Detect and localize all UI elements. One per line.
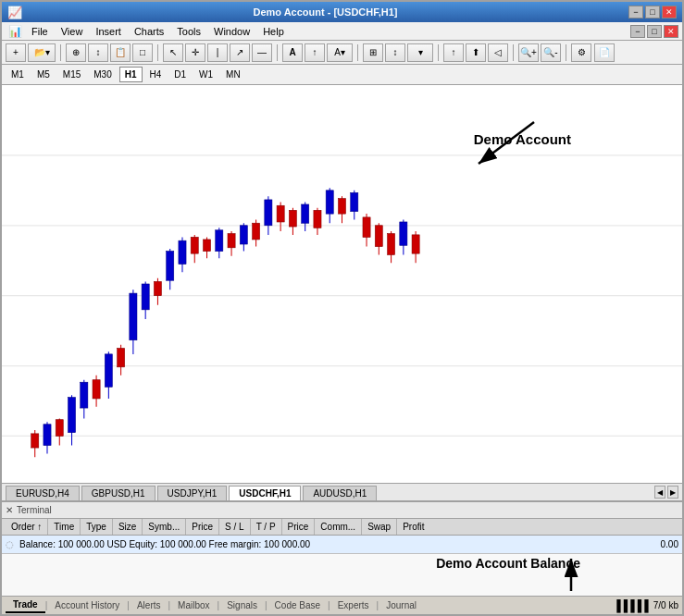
svg-rect-41 [240, 226, 247, 244]
col-time[interactable]: Time [48, 519, 81, 535]
menu-view[interactable]: View [56, 24, 89, 39]
sep-2 [157, 44, 158, 61]
line-button[interactable]: | [207, 43, 228, 62]
toolbar-btn-4[interactable]: 📋 [110, 43, 131, 62]
outer-minimize-button[interactable]: − [630, 25, 645, 38]
tab-usdchf-h1[interactable]: USDCHF,H1 [229, 486, 301, 500]
menu-charts[interactable]: Charts [129, 24, 169, 39]
maximize-button[interactable]: □ [645, 6, 660, 18]
terminal-close-button[interactable]: ✕ [6, 505, 13, 515]
tf-m30[interactable]: M30 [88, 67, 117, 82]
tab-account-history[interactable]: Account History [47, 598, 127, 612]
zoom-mag-out[interactable]: 🔍- [541, 43, 561, 62]
tab-code-base[interactable]: Code Base [267, 598, 328, 612]
tf-w1[interactable]: W1 [193, 67, 218, 82]
svg-rect-45 [265, 200, 272, 226]
terminal-columns: Order ↑ Time Type Size Symb... Price S /… [2, 519, 682, 536]
app-menu-icon: 📊 [6, 23, 24, 40]
toolbar-btn-2[interactable]: ⊕ [66, 43, 86, 62]
toolbar-btn-3[interactable]: ↕ [88, 43, 108, 62]
chart-up-button[interactable]: ↑ [443, 43, 464, 62]
svg-rect-33 [191, 237, 198, 253]
svg-rect-59 [351, 192, 358, 211]
tab-usdjpy-h1[interactable]: USDJPY,H1 [157, 486, 228, 500]
menu-insert[interactable]: Insert [90, 24, 127, 39]
properties-button[interactable]: ⚙ [571, 43, 591, 62]
col-type[interactable]: Type [81, 519, 113, 535]
svg-rect-49 [289, 210, 296, 227]
col-price2[interactable]: Price [282, 519, 316, 535]
col-sl[interactable]: S / L [219, 519, 251, 535]
col-price[interactable]: Price [186, 519, 219, 535]
col-size[interactable]: Size [113, 519, 143, 535]
sep-5 [438, 44, 439, 61]
col-order[interactable]: Order ↑ [6, 519, 48, 535]
crosshair-button[interactable]: ✛ [185, 43, 205, 62]
arrow-button[interactable]: ↑ [305, 43, 325, 62]
col-profit[interactable]: Profit [397, 519, 429, 535]
toolbar-group-3: ↖ ✛ | ↗ — [163, 43, 272, 62]
toolbar-group-5: ⊞ ↕ ▾ [363, 43, 433, 62]
close-button[interactable]: ✕ [662, 6, 677, 18]
tf-d1[interactable]: D1 [168, 67, 192, 82]
tf-m1[interactable]: M1 [6, 67, 30, 82]
col-comm[interactable]: Comm... [315, 519, 362, 535]
trend-button[interactable]: ↗ [230, 43, 250, 62]
candlestick-chart [2, 85, 682, 483]
col-symb[interactable]: Symb... [143, 519, 186, 535]
sep-6 [513, 44, 514, 61]
col-swap[interactable]: Swap [362, 519, 397, 535]
menu-help[interactable]: Help [257, 24, 290, 39]
tab-eurusd-h4[interactable]: EURUSD,H4 [6, 486, 80, 500]
cursor-button[interactable]: ↖ [163, 43, 183, 62]
status-bar: Trade | Account History | Alerts | Mailb… [2, 596, 682, 614]
tab-journal[interactable]: Journal [379, 598, 424, 612]
menu-window[interactable]: Window [208, 24, 255, 39]
balance-text: Balance: 100 000.00 USD Equity: 100 000.… [19, 539, 310, 549]
hline-button[interactable]: — [252, 43, 272, 62]
terminal-tabs: Trade | Account History | Alerts | Mailb… [6, 598, 424, 613]
svg-rect-9 [44, 425, 51, 446]
tf-m5[interactable]: M5 [31, 67, 56, 82]
open-button[interactable]: 📂▾ [28, 43, 56, 62]
tab-signals[interactable]: Signals [219, 598, 265, 612]
tab-experts[interactable]: Experts [330, 598, 377, 612]
app-icon: 📈 [7, 6, 22, 19]
balance-row: ◌ Balance: 100 000.00 USD Equity: 100 00… [2, 536, 682, 554]
tab-scroll-right[interactable]: ▶ [667, 486, 678, 499]
tab-scroll-left[interactable]: ◀ [654, 486, 665, 499]
sep-1 [60, 44, 61, 61]
zoom-out-button[interactable]: ↕ [385, 43, 405, 62]
tab-alerts[interactable]: Alerts [130, 598, 168, 612]
zoom-in-button[interactable]: ⊞ [363, 43, 383, 62]
tf-mn[interactable]: MN [220, 67, 246, 82]
chart-down-button[interactable]: ⬆ [466, 43, 486, 62]
tab-gbpusd-h1[interactable]: GBPUSD,H1 [81, 486, 155, 500]
text-button[interactable]: A [282, 43, 303, 62]
tf-h1[interactable]: H1 [119, 67, 143, 82]
outer-restore-button[interactable]: □ [647, 25, 662, 38]
toolbar-dropdown-2[interactable]: ▾ [407, 43, 433, 62]
tf-m15[interactable]: M15 [57, 67, 86, 82]
svg-rect-0 [2, 85, 682, 483]
template-button[interactable]: 📄 [594, 43, 615, 62]
zoom-mag-in[interactable]: 🔍+ [518, 43, 539, 62]
toolbar-btn-5[interactable]: □ [132, 43, 153, 62]
terminal-content-area: Demo Account Balance [2, 554, 682, 596]
tab-mailbox[interactable]: Mailbox [170, 598, 217, 612]
svg-rect-11 [56, 420, 63, 437]
tab-audusd-h1[interactable]: AUDUSD,H1 [303, 486, 377, 500]
svg-rect-67 [400, 222, 407, 245]
chart-left-button[interactable]: ◁ [488, 43, 508, 62]
new-chart-button[interactable]: + [6, 43, 26, 62]
menu-file[interactable]: File [26, 24, 54, 39]
minimize-button[interactable]: − [628, 6, 643, 18]
demo-account-annotation: Demo Account [474, 131, 571, 147]
tab-trade[interactable]: Trade [6, 598, 45, 613]
tf-h4[interactable]: H4 [144, 67, 168, 82]
outer-close-button[interactable]: ✕ [664, 25, 678, 38]
svg-rect-13 [68, 398, 75, 433]
toolbar-dropdown-1[interactable]: A▾ [327, 43, 353, 62]
col-tp[interactable]: T / P [251, 519, 282, 535]
menu-tools[interactable]: Tools [171, 24, 206, 39]
